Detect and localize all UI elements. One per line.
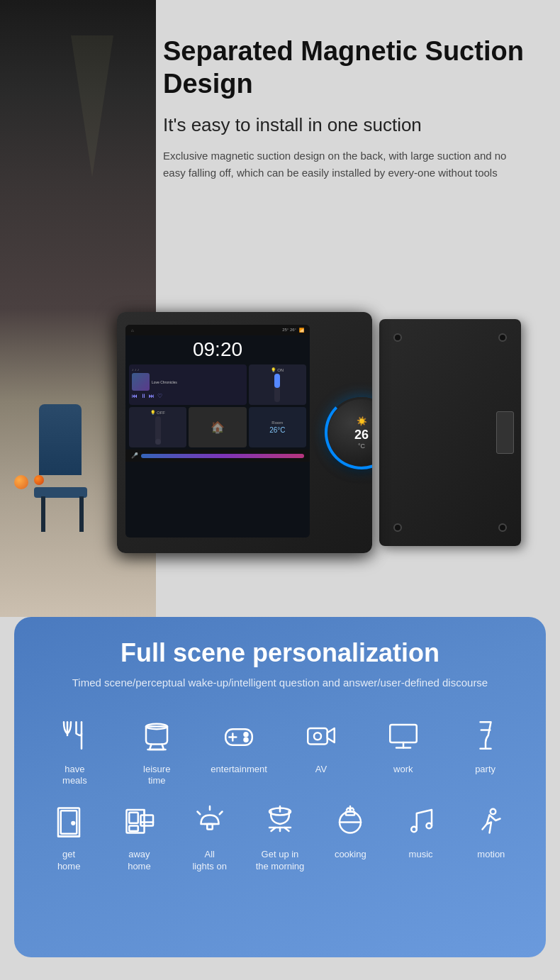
screen-weather-mini: 25° 26° — [282, 328, 296, 333]
scene-icon-away-home[interactable]: awayhome — [106, 798, 172, 873]
svg-line-30 — [219, 812, 222, 815]
cooking-icon — [327, 798, 373, 843]
away-home-label: awayhome — [128, 849, 151, 873]
panel-body: ⌂ 25° 26° 📶 09:20 — [117, 312, 372, 553]
screen-mic-visualizer — [141, 454, 304, 458]
screen-prev-icon: ⏮ — [132, 393, 138, 399]
screen-time: 09:20 — [125, 335, 310, 362]
mount-plate — [379, 319, 521, 546]
motion-icon — [469, 798, 514, 843]
orange-ball-large — [14, 475, 28, 489]
page-wrapper: Separated Magnetic Suction Design It's e… — [0, 0, 560, 980]
cooking-svg — [332, 803, 368, 838]
screen-status-info: ⌂ — [131, 328, 134, 333]
wifi-icon: 📶 — [299, 328, 304, 333]
entertainment-icon — [216, 713, 262, 758]
lamp-svg — [192, 803, 228, 838]
scene-icon-have-meals[interactable]: havemeals — [35, 713, 114, 788]
svg-point-43 — [491, 809, 496, 815]
screen-temp-value: 26°C — [269, 426, 285, 434]
page-description: Exclusive magnetic suction design on the… — [163, 147, 532, 182]
screen-light-fill — [274, 374, 280, 388]
device-outer: ⌂ 25° 26° 📶 09:20 — [117, 305, 514, 574]
orange-decoration — [14, 475, 44, 489]
have-meals-icon — [52, 713, 97, 758]
morning-icon — [257, 798, 303, 843]
screen-music-content: Love Chronicles — [132, 373, 244, 391]
screen-music-card: ♪ ♪ ♪ Love Chronicles ⏮ ⏸ — [129, 364, 247, 405]
mount-hole-2 — [393, 333, 402, 342]
screen-light-slider — [274, 374, 280, 402]
away-svg — [121, 803, 157, 838]
scene-icon-party[interactable]: party — [446, 713, 525, 788]
monitor-svg — [386, 718, 421, 753]
mount-hole-1 — [498, 333, 507, 342]
all-lights-on-label: Alllights on — [192, 849, 226, 873]
page-subtitle: It's easy to install in one suction — [163, 114, 532, 136]
work-icon — [381, 713, 426, 758]
screen-music-title: Love Chronicles — [152, 380, 177, 384]
screen-card-grid: ♪ ♪ ♪ Love Chronicles ⏮ ⏸ — [125, 362, 310, 450]
scene-icon-get-home[interactable]: gethome — [35, 798, 102, 873]
svg-point-7 — [245, 733, 248, 736]
mount-connector — [496, 411, 514, 454]
music-label: music — [409, 849, 433, 861]
music-icon — [398, 798, 444, 843]
svg-rect-22 — [130, 826, 139, 832]
mount-hole-4 — [393, 523, 402, 532]
door-svg — [51, 803, 86, 838]
scene-icon-cooking[interactable]: cooking — [317, 798, 383, 873]
svg-rect-24 — [141, 815, 154, 826]
leisure-label: leisuretime — [143, 764, 170, 788]
scene-icon-all-lights-on[interactable]: Alllights on — [177, 798, 243, 873]
scene-icon-morning[interactable]: Get up inthe morning — [247, 798, 313, 873]
svg-point-18 — [72, 822, 75, 825]
screen-light-card2: 💡 OFF — [129, 407, 186, 447]
work-label: work — [393, 764, 413, 776]
leisure-icon — [134, 713, 179, 758]
screen-scene-icon: 🏠 — [211, 421, 225, 434]
svg-rect-21 — [130, 813, 139, 823]
party-label: party — [475, 764, 495, 776]
get-home-label: gethome — [57, 849, 81, 873]
scene-section-subtitle: Timed scene/perceptual wake-up/intellige… — [35, 675, 525, 691]
ceiling-lamp-svg — [262, 803, 298, 838]
light-beam — [71, 35, 113, 177]
svg-rect-11 — [390, 725, 417, 742]
screen-icon-home: ⌂ — [131, 328, 134, 333]
bottom-section: Full scene personalization Timed scene/p… — [14, 617, 546, 957]
motion-label: motion — [477, 849, 505, 861]
svg-point-8 — [245, 737, 248, 741]
top-section: Separated Magnetic Suction Design It's e… — [0, 0, 560, 617]
svg-rect-28 — [207, 824, 213, 830]
glass-svg — [468, 718, 503, 753]
scene-icon-work[interactable]: work — [364, 713, 442, 788]
svg-point-41 — [411, 827, 417, 833]
screen-play-icon: ⏸ — [140, 393, 146, 399]
scene-icon-leisure[interactable]: leisuretime — [118, 713, 196, 788]
screen-scene-card: 🏠 — [189, 407, 246, 447]
panel-knob: ☀️ 26 °C — [326, 397, 372, 468]
scene-icon-entertainment[interactable]: entertainment — [200, 713, 279, 788]
screen-temp-label: Room — [271, 421, 283, 425]
scene-icon-music[interactable]: music — [387, 798, 454, 873]
screen-light-label: 💡 ON — [271, 367, 284, 372]
utensils-svg — [57, 718, 92, 753]
cooking-label: cooking — [335, 849, 366, 861]
screen-light-fill2 — [155, 439, 161, 445]
scene-icon-av[interactable]: AV — [282, 713, 361, 788]
gamepad-svg — [221, 718, 257, 753]
orange-ball-small — [34, 475, 44, 485]
screen-music-info: Love Chronicles — [152, 380, 177, 384]
screen-music-controls: ⏮ ⏸ ⏭ ♡ — [132, 393, 244, 399]
away-home-icon — [116, 798, 162, 843]
device-screen: ⌂ 25° 26° 📶 09:20 — [125, 325, 310, 538]
scene-icon-motion[interactable]: motion — [458, 798, 525, 873]
screen-light-label2: 💡 OFF — [150, 410, 165, 415]
mount-hole-3 — [498, 523, 507, 532]
music-svg — [403, 803, 439, 838]
svg-rect-40 — [346, 812, 355, 815]
icons-row-1: havemeals leisuretime — [35, 713, 525, 788]
entertainment-label: entertainment — [211, 764, 267, 776]
screen-light-slider2 — [155, 416, 161, 445]
